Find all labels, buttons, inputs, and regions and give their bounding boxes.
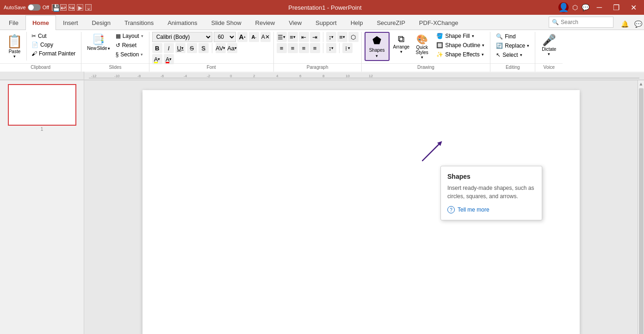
align-right-button[interactable]: ≡ (299, 43, 309, 53)
change-case-button[interactable]: Aa ▾ (227, 43, 237, 53)
shapes-button[interactable]: ⬟ Shapes ▾ (365, 32, 390, 61)
share-icon[interactable]: ⬡ (572, 4, 578, 11)
tab-animations[interactable]: Animations (161, 15, 204, 30)
format-painter-button[interactable]: 🖌 Format Painter (29, 49, 78, 58)
font-color-arrow[interactable]: ▾ (169, 57, 172, 61)
tab-review[interactable]: Review (248, 15, 282, 30)
bullets-arrow[interactable]: ▾ (283, 35, 285, 39)
save-icon[interactable]: 💾 (52, 4, 58, 11)
section-button[interactable]: § Section ▾ (113, 50, 146, 59)
align-text-arrow[interactable]: ▾ (343, 35, 345, 39)
search-box[interactable]: 🔍 (549, 17, 613, 28)
select-arrow[interactable]: ▾ (520, 53, 522, 57)
tab-design[interactable]: Design (85, 15, 118, 30)
search-input[interactable] (561, 19, 610, 25)
close-button[interactable]: ✕ (627, 2, 640, 13)
increase-indent-button[interactable]: ⇥ (310, 32, 320, 42)
bullets-button[interactable]: ☰▾ (277, 32, 287, 42)
reset-button[interactable]: ↺ Reset (113, 41, 146, 49)
redo-icon[interactable]: ↪ (68, 4, 75, 11)
shape-effects-button[interactable]: ✨ Shape Effects ▾ (433, 50, 487, 59)
shape-fill-button[interactable]: 🪣 Shape Fill ▾ (433, 32, 487, 40)
customize-icon[interactable]: ⌄ (85, 4, 92, 11)
underline-arrow[interactable]: ▾ (181, 46, 184, 50)
copy-button[interactable]: 📄 Copy (29, 41, 78, 49)
layout-button[interactable]: ▦ Layout ▾ (113, 32, 146, 40)
replace-button[interactable]: 🔄 Replace ▾ (493, 41, 532, 50)
columns-arrow[interactable]: ▾ (348, 46, 350, 50)
quick-styles-button[interactable]: 🎨 Quick Styles ▾ (413, 32, 431, 61)
tab-slideshow[interactable]: Slide Show (204, 15, 248, 30)
quick-styles-arrow[interactable]: ▾ (421, 55, 423, 60)
columns-button[interactable]: ⫶▾ (342, 43, 353, 53)
undo-icon[interactable]: ↩ (60, 4, 67, 11)
paste-button[interactable]: 📋 Paste ▾ (3, 32, 27, 61)
paste-arrow[interactable]: ▾ (13, 54, 16, 59)
scroll-up-arrow[interactable]: ▲ (639, 81, 644, 86)
present-icon[interactable]: ▶ (77, 4, 83, 11)
line-spacing-button[interactable]: ↕▾ (326, 43, 336, 53)
notification-icon[interactable]: 🔔 (621, 20, 629, 28)
highlight-color-button[interactable]: A ▾ (152, 54, 162, 64)
font-color-button[interactable]: A ▾ (164, 54, 174, 64)
tab-pdfxchange[interactable]: PDF-XChange (412, 15, 465, 30)
tab-help[interactable]: Help (344, 15, 370, 30)
comments-icon-tab[interactable]: 💬 (634, 20, 642, 28)
section-arrow[interactable]: ▾ (141, 52, 143, 57)
char-spacing-arrow[interactable]: ▾ (223, 46, 225, 50)
shape-outline-button[interactable]: 🔲 Shape Outline ▾ (433, 41, 487, 49)
arrange-arrow[interactable]: ▾ (400, 49, 402, 54)
select-button[interactable]: ↖ Select ▾ (493, 50, 525, 60)
replace-arrow[interactable]: ▾ (527, 43, 529, 48)
align-text-button[interactable]: ≡▾ (337, 32, 347, 42)
autosave-toggle[interactable] (28, 4, 41, 11)
profile-icon[interactable]: 👤 (558, 2, 569, 12)
shape-effects-arrow[interactable]: ▾ (482, 52, 484, 57)
underline-button[interactable]: U ▾ (175, 43, 186, 53)
numbering-arrow[interactable]: ▾ (293, 35, 296, 39)
cut-button[interactable]: ✂ Cut (29, 32, 78, 40)
slide-thumbnail-1[interactable] (8, 84, 76, 126)
dictate-arrow[interactable]: ▾ (548, 52, 550, 56)
strikethrough-button[interactable]: S (187, 43, 197, 53)
tab-view[interactable]: View (282, 15, 309, 30)
tab-securezip[interactable]: SecureZIP (370, 15, 412, 30)
align-left-button[interactable]: ≡ (277, 43, 287, 53)
new-slide-button[interactable]: 📑 New Slide ▾ (84, 32, 112, 53)
tab-home[interactable]: Home (25, 15, 56, 30)
find-button[interactable]: 🔍 Find (493, 32, 518, 41)
text-dir-arrow[interactable]: ▾ (331, 35, 334, 39)
minimize-button[interactable]: ─ (593, 2, 606, 12)
new-slide-arrow[interactable]: ▾ (108, 46, 110, 51)
text-direction-button[interactable]: ↕▾ (326, 32, 336, 42)
layout-arrow[interactable]: ▾ (141, 34, 143, 38)
char-spacing-button[interactable]: AV ▾ (216, 43, 226, 53)
restore-button[interactable]: ❐ (609, 2, 623, 13)
comments-icon[interactable]: 💬 (582, 4, 589, 11)
shadow-button[interactable]: S (198, 43, 209, 53)
tab-transitions[interactable]: Transitions (118, 15, 161, 30)
tooltip-link[interactable]: ? Tell me more (447, 206, 535, 213)
numbering-button[interactable]: ≡▾ (288, 32, 298, 42)
highlight-arrow[interactable]: ▾ (158, 57, 160, 61)
align-center-button[interactable]: ≡ (288, 43, 298, 53)
change-case-arrow[interactable]: ▾ (235, 46, 237, 50)
shape-outline-arrow[interactable]: ▾ (482, 43, 484, 48)
tab-file[interactable]: File (2, 15, 25, 30)
clear-formatting-button[interactable]: A✕ (260, 32, 271, 42)
tab-insert[interactable]: Insert (56, 15, 85, 30)
italic-button[interactable]: I (164, 43, 174, 53)
shape-fill-arrow[interactable]: ▾ (472, 34, 474, 38)
bold-button[interactable]: B (152, 43, 162, 53)
arrange-button[interactable]: ⧉ Arrange ▾ (391, 32, 412, 56)
decrease-font-size-button[interactable]: A- (249, 32, 259, 42)
convert-to-smartart-button[interactable]: ⬡ (348, 32, 359, 42)
tab-support[interactable]: Support (309, 15, 344, 30)
font-size-select[interactable]: 60 (214, 32, 236, 42)
decrease-indent-button[interactable]: ⇤ (299, 32, 309, 42)
font-name-select[interactable]: Calibri (Body) (152, 32, 212, 42)
justify-button[interactable]: ≡ (310, 43, 320, 53)
shapes-arrow[interactable]: ▾ (376, 54, 378, 58)
increase-font-size-button[interactable]: A+ (237, 32, 248, 42)
scroll-thumb[interactable] (639, 88, 644, 334)
